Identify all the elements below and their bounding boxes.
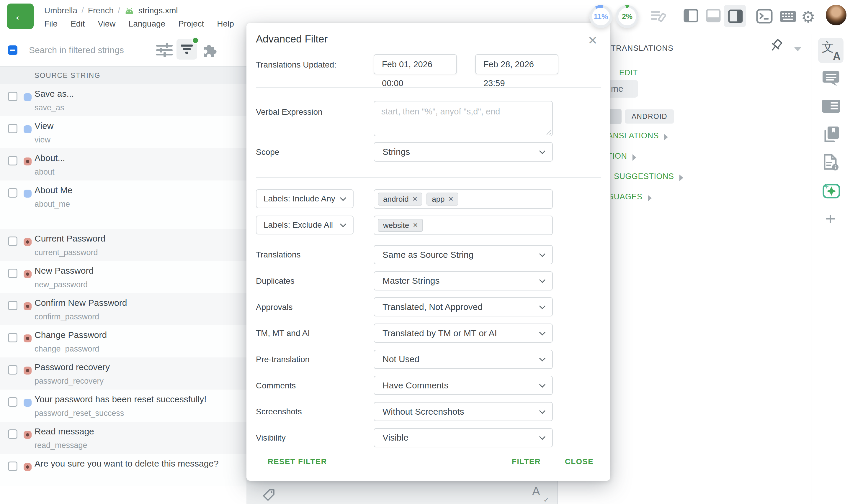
pin-icon[interactable] [768,39,784,55]
labels-input[interactable]: website✕ [374,216,553,235]
strings-list-panel: SOURCE STRING ✓✓Welcome!welcomeSave as..… [0,34,246,504]
source-string-text: Confirm New Password [35,298,242,308]
chip-remove-icon[interactable]: ✕ [412,195,418,203]
menu-project[interactable]: Project [178,19,204,29]
tm-icon[interactable] [822,126,839,143]
labels-mode-select[interactable]: Labels: Exclude All [256,216,353,234]
user-avatar[interactable] [826,5,847,25]
string-row[interactable]: About Meabout_me [0,180,246,213]
status-red-icon [23,238,32,246]
string-row[interactable]: Your password has been reset successfull… [0,390,246,422]
approved-progress-ring[interactable]: 2% [615,5,639,28]
comments-select[interactable]: Have Comments [374,376,553,395]
select-all-checkbox[interactable] [8,46,17,55]
row-checkbox[interactable] [8,236,17,246]
row-checkbox[interactable] [8,397,17,407]
row-checkbox[interactable] [8,156,17,165]
proofread-icon[interactable] [650,9,667,24]
chevron-down-icon [539,148,545,154]
chip-remove-icon[interactable]: ✕ [448,195,454,203]
visibility-select[interactable]: Visible [374,428,553,447]
date-from-input[interactable]: Feb 01, 2026 00:00 [374,54,457,74]
row-checkbox[interactable] [8,188,17,198]
add-panel-icon[interactable]: + [825,209,835,229]
settings-gear-icon[interactable]: ⚙ [801,6,815,27]
row-checkbox[interactable] [8,269,17,278]
close-icon[interactable]: ✕ [585,33,601,48]
file-info-icon[interactable] [823,154,839,172]
breadcrumb-project[interactable]: Umbrella [44,6,77,15]
close-button[interactable]: CLOSE [565,457,593,466]
context-icon[interactable] [822,99,840,113]
breadcrumb-file[interactable]: strings.xml [138,6,178,15]
row-checkbox[interactable] [8,365,17,375]
search-input[interactable] [29,41,144,59]
top-bar: ← Umbrella / French / strings.xml FileEd… [0,0,850,34]
row-checkbox[interactable] [8,429,17,439]
filter-button[interactable]: FILTER [512,457,541,466]
back-button[interactable]: ← [7,3,34,29]
translate-icon: 文 [822,39,834,55]
string-row[interactable]: Viewview [0,116,246,148]
scope-select[interactable]: Strings [374,142,553,162]
approved-progress-value: 2% [618,8,636,25]
verbal-expression-input[interactable] [374,101,553,136]
translated-progress-ring[interactable]: 11% [589,5,612,28]
row-checkbox[interactable] [8,92,17,101]
translate-tab[interactable]: 文 A [818,38,844,63]
pre-translation-select[interactable]: Not Used [374,350,553,369]
terminal-icon[interactable] [756,9,773,23]
string-row[interactable]: New Passwordnew_password [0,261,246,293]
filter-sliders-icon[interactable] [156,42,173,58]
layout-right-button[interactable] [724,5,746,27]
approvals-select[interactable]: Translated, Not Approved [374,297,553,317]
row-checkbox[interactable] [8,333,17,342]
breadcrumb-language[interactable]: French [88,6,114,15]
chip-remove-icon[interactable]: ✕ [413,221,418,229]
keyboard-icon[interactable] [780,11,796,22]
row-checkbox[interactable] [8,124,17,133]
status-blue-icon [23,399,32,407]
string-row[interactable]: Are you sure you want to delete this mes… [0,454,246,486]
spellcheck-icon[interactable]: A✓ [532,485,551,503]
tm-mt-and-ai-select[interactable]: Translated by TM or MT or AI [374,324,553,343]
date-to-input[interactable]: Feb 28, 2026 23:59 [475,54,558,74]
row-checkbox[interactable] [8,462,17,471]
string-row[interactable]: Password recoverypassword_recovery [0,357,246,390]
duplicates-select[interactable]: Master Strings [374,271,553,290]
android-file-icon [124,6,134,15]
reset-filter-button[interactable]: RESET FILTER [268,457,327,466]
menu-file[interactable]: File [44,19,57,29]
chevron-down-icon [539,408,545,414]
edit-link[interactable]: EDIT [619,68,638,77]
row-checkbox[interactable] [8,301,17,310]
ai-icon[interactable] [822,182,840,199]
tag-icon[interactable] [262,488,276,502]
menu-help[interactable]: Help [217,19,234,29]
menu-language[interactable]: Language [129,19,166,29]
string-row[interactable]: Confirm New Passwordconfirm_password [0,293,246,325]
screenshots-select[interactable]: Without Screenshots [374,402,553,421]
menu-edit[interactable]: Edit [71,19,85,29]
comments-icon[interactable] [822,71,840,87]
string-row[interactable]: Save as...save_as [0,84,246,116]
layout-bottom-icon[interactable] [706,9,721,22]
source-string-text: About Me [35,185,242,195]
source-string-text: Are you sure you want to delete this mes… [35,458,242,469]
menu-view[interactable]: View [98,19,116,29]
labels-input[interactable]: android✕app✕ [374,189,553,209]
filter-funnel-button[interactable] [176,39,197,59]
translations-select[interactable]: Same as Source String [374,245,553,264]
string-row[interactable]: Current Passwordcurrent_password [0,229,246,261]
verbal-expression-label: Verbal Expression [256,107,323,117]
string-row[interactable]: About...about [0,148,246,180]
search-bar [0,34,246,66]
string-row[interactable]: Read messageread_message [0,422,246,454]
string-key: save_as [35,103,242,112]
layout-left-icon[interactable] [683,9,698,22]
chevron-right-icon [632,154,636,161]
puzzle-icon[interactable] [201,41,217,58]
string-row[interactable]: Change Passwordchange_password [0,325,246,357]
labels-mode-select[interactable]: Labels: Include Any [256,189,353,208]
chevron-down-icon[interactable] [794,47,802,51]
